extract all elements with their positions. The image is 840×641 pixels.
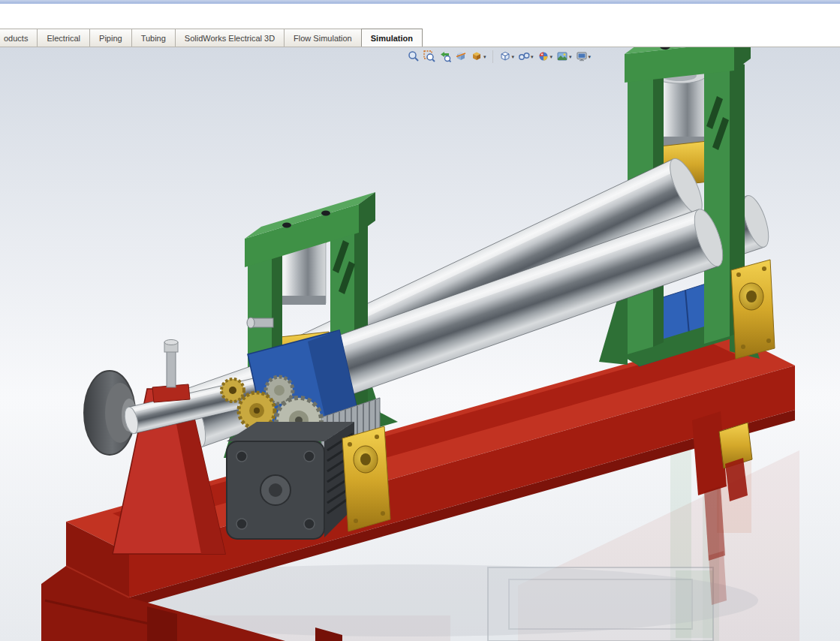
window-top-strip [0, 4, 840, 29]
tab-simulation[interactable]: Simulation [361, 29, 423, 47]
model-right-bearing-plate[interactable] [731, 260, 775, 359]
dropdown-arrow-icon: ▾ [531, 54, 534, 59]
dropdown-arrow-icon: ▾ [550, 54, 553, 59]
tab-flow-simulation[interactable]: Flow Simulation [284, 29, 362, 47]
hide-show-items-button[interactable]: ▾ [517, 47, 534, 65]
display-style-button[interactable]: ▾ [498, 47, 516, 65]
zoom-to-fit-button[interactable] [407, 47, 420, 65]
dropdown-arrow-icon: ▾ [589, 54, 592, 59]
tab-piping[interactable]: Piping [89, 29, 132, 47]
model-stepper-motor[interactable] [227, 422, 354, 539]
section-view-button[interactable] [454, 47, 468, 65]
3d-viewport[interactable] [0, 0, 840, 641]
command-manager-tabs: oducts Electrical Piping Tubing SolidWor… [0, 29, 840, 47]
previous-view-icon [439, 50, 451, 62]
view-settings-button[interactable]: ▾ [575, 47, 592, 65]
dropdown-arrow-icon: ▾ [483, 54, 486, 59]
dropdown-arrow-icon: ▾ [512, 54, 515, 59]
section-view-icon [455, 50, 467, 62]
zoom-to-fit-icon [408, 50, 420, 62]
tab-office-products[interactable]: oducts [0, 29, 38, 47]
zoom-to-area-icon [423, 50, 435, 62]
view-settings-icon [576, 50, 588, 62]
tab-solidworks-electrical-3d[interactable]: SolidWorks Electrical 3D [175, 29, 285, 47]
dropdown-arrow-icon: ▾ [569, 54, 572, 59]
tab-electrical[interactable]: Electrical [37, 29, 90, 47]
hide-show-items-icon [518, 50, 530, 62]
apply-scene-button[interactable]: ▾ [555, 47, 573, 65]
model-left-bearing-plate[interactable] [342, 426, 390, 531]
edit-appearance-icon [537, 50, 549, 62]
zoom-to-area-button[interactable] [423, 47, 436, 65]
view-orientation-button[interactable]: ▾ [470, 47, 487, 65]
edit-appearance-button[interactable]: ▾ [537, 47, 554, 65]
previous-view-button[interactable] [438, 47, 452, 65]
tab-tubing[interactable]: Tubing [131, 29, 176, 47]
solidworks-window: oducts Electrical Piping Tubing SolidWor… [0, 0, 840, 641]
display-style-icon [499, 50, 511, 62]
view-orientation-icon [471, 50, 483, 62]
toolbar-separator [492, 50, 493, 63]
apply-scene-icon [556, 50, 568, 62]
heads-up-toolbar: ▾ ▾ ▾ ▾ ▾ [407, 47, 592, 65]
